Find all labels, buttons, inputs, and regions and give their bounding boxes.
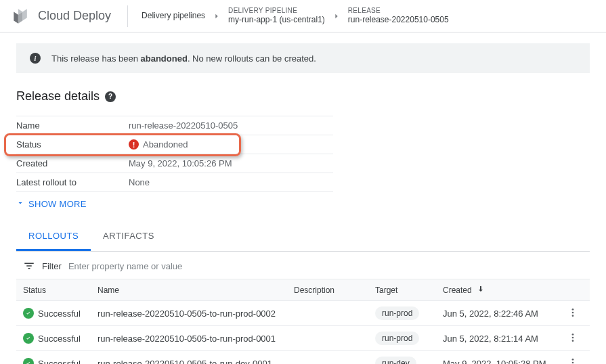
- rollouts-table: Status Name Description Target Created S…: [16, 279, 590, 364]
- status-text: Successful: [38, 309, 81, 319]
- breadcrumb: Delivery pipelines DELIVERY PIPELINE my-…: [142, 6, 449, 26]
- target-chip: run-dev: [375, 357, 416, 364]
- col-header-created[interactable]: Created: [436, 279, 556, 301]
- help-icon[interactable]: ?: [105, 91, 116, 102]
- tabs: ROLLOUTS ARTIFACTS: [16, 223, 590, 252]
- rollout-description: [287, 351, 368, 365]
- row-actions-button[interactable]: [556, 301, 590, 326]
- header-divider: [127, 5, 128, 27]
- svg-point-3: [572, 334, 574, 336]
- col-header-status[interactable]: Status: [16, 279, 91, 301]
- table-row[interactable]: Successfulrun-release-20220510-0505-to-r…: [16, 351, 590, 365]
- details-table: Name run-release-20220510-0505 Status ! …: [16, 116, 333, 192]
- chevron-down-icon: [16, 199, 24, 209]
- rollout-description: [287, 326, 368, 351]
- status-cell: Successful: [23, 358, 84, 364]
- rollout-created: May 9, 2022, 10:05:28 PM: [436, 351, 556, 365]
- rollout-name: run-release-20220510-0505-to-run-prod-00…: [91, 301, 287, 326]
- filter-bar: Filter: [16, 252, 590, 279]
- error-icon: !: [129, 139, 139, 150]
- info-banner: i This release has been abandoned. No ne…: [16, 43, 590, 73]
- svg-point-2: [572, 315, 574, 317]
- status-cell: Successful: [23, 308, 84, 319]
- rollout-name: run-release-20220510-0505-to-run-dev-000…: [91, 351, 287, 365]
- svg-point-5: [572, 340, 574, 342]
- status-cell: Successful: [23, 333, 84, 344]
- detail-row-name: Name run-release-20220510-0505: [16, 116, 333, 135]
- rollout-created: Jun 5, 2022, 8:22:46 AM: [436, 301, 556, 326]
- col-header-description[interactable]: Description: [287, 279, 368, 301]
- breadcrumb-pipeline[interactable]: DELIVERY PIPELINE my-run-app-1 (us-centr…: [228, 6, 325, 26]
- top-header: Cloud Deploy Delivery pipelines DELIVERY…: [0, 0, 606, 32]
- col-header-name[interactable]: Name: [91, 279, 287, 301]
- filter-input[interactable]: [68, 261, 583, 271]
- info-banner-text: This release has been abandoned. No new …: [51, 53, 316, 64]
- detail-row-status: Status ! Abandoned: [16, 135, 333, 154]
- page-title: Release details: [16, 89, 100, 104]
- detail-row-latest-rollout: Latest rollout to None: [16, 173, 333, 192]
- row-actions-button[interactable]: [556, 326, 590, 351]
- section-title: Release details ?: [16, 89, 590, 104]
- svg-point-6: [572, 359, 574, 361]
- col-header-target[interactable]: Target: [368, 279, 436, 301]
- svg-point-0: [572, 309, 574, 311]
- status-text: Successful: [38, 334, 81, 344]
- tab-artifacts[interactable]: ARTIFACTS: [91, 223, 167, 251]
- breadcrumb-pipelines[interactable]: Delivery pipelines: [142, 11, 205, 22]
- svg-point-4: [572, 336, 574, 338]
- chevron-right-icon: [333, 10, 340, 22]
- col-header-actions: [556, 279, 590, 301]
- svg-point-7: [572, 361, 574, 363]
- success-icon: [23, 358, 34, 364]
- success-icon: [23, 333, 34, 344]
- table-row[interactable]: Successfulrun-release-20220510-0505-to-r…: [16, 326, 590, 351]
- product-name: Cloud Deploy: [38, 9, 127, 23]
- detail-row-created: Created May 9, 2022, 10:05:26 PM: [16, 154, 333, 173]
- target-chip: run-prod: [375, 306, 419, 320]
- row-actions-button[interactable]: [556, 351, 590, 365]
- status-text: Successful: [38, 359, 81, 365]
- sort-descending-icon: [477, 286, 485, 295]
- rollout-description: [287, 301, 368, 326]
- show-more-button[interactable]: SHOW MORE: [16, 199, 590, 209]
- info-icon: i: [30, 53, 41, 64]
- chevron-right-icon: [213, 10, 220, 22]
- target-chip: run-prod: [375, 332, 419, 345]
- filter-label: Filter: [42, 261, 62, 271]
- success-icon: [23, 308, 34, 319]
- rollout-name: run-release-20220510-0505-to-run-prod-00…: [91, 326, 287, 351]
- rollout-created: Jun 5, 2022, 8:21:14 AM: [436, 326, 556, 351]
- breadcrumb-release[interactable]: RELEASE run-release-20220510-0505: [348, 6, 449, 26]
- table-row[interactable]: Successfulrun-release-20220510-0505-to-r…: [16, 301, 590, 326]
- status-value: Abandoned: [143, 139, 188, 150]
- tab-rollouts[interactable]: ROLLOUTS: [16, 223, 91, 251]
- filter-icon[interactable]: [23, 260, 35, 272]
- svg-point-1: [572, 311, 574, 313]
- product-logo-icon: [11, 7, 30, 26]
